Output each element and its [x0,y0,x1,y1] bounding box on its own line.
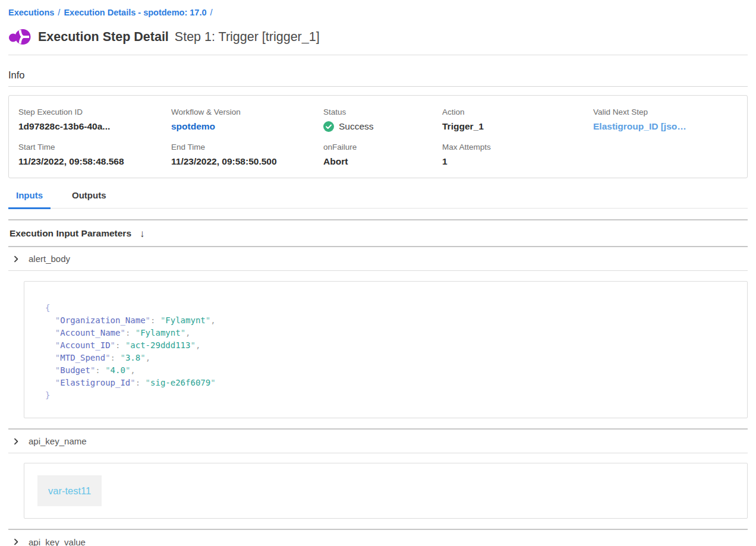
field-label: Max Attempts [442,143,593,152]
breadcrumb-link-executions[interactable]: Executions [8,8,54,17]
workflow-link[interactable]: spotdemo [171,121,323,132]
api-key-name-value: var-test11 [48,485,91,497]
field-value: 11/23/2022, 09:58:48.568 [18,156,171,167]
info-card: Step Execution ID 1d97828c-13b6-40a... W… [8,95,748,178]
breadcrumb-separator: / [58,8,60,17]
field-label: End Time [171,143,323,152]
next-step-link[interactable]: Elastigroup_ID [jso… [593,121,738,132]
json-code: { "Organization_Name": "Fylamynt", "Acco… [45,302,726,402]
page-subtitle: Step 1: Trigger [trigger_1] [175,30,320,45]
success-check-icon [323,121,334,132]
field-label: Action [442,108,593,116]
execution-input-parameters-header: Execution Input Parameters ↓ [8,220,748,247]
field-value: 1d97828c-13b6-40a... [18,121,171,132]
api-key-name-value-box: var-test11 [24,463,748,519]
field-action: Action Trigger_1 [442,108,593,132]
field-workflow-version: Workflow & Version spotdemo [171,108,323,132]
chevron-right-icon [12,437,20,446]
execution-step-detail-page: Executions/Execution Details - spotdemo:… [0,0,756,546]
alert-body-json-box: { "Organization_Name": "Fylamynt", "Acco… [24,281,748,418]
sort-descending-icon[interactable]: ↓ [140,229,145,239]
param-row-api-key-name[interactable]: api_key_name [8,430,748,453]
field-label: onFailure [323,143,442,152]
field-onfailure: onFailure Abort [323,143,442,167]
params-title: Execution Input Parameters [10,228,131,239]
breadcrumb: Executions/Execution Details - spotdemo:… [8,0,748,17]
api-key-name-chip: var-test11 [37,475,102,506]
field-status: Status Success [323,108,442,132]
field-label: Workflow & Version [171,108,323,116]
status-text: Success [339,121,374,132]
field-end-time: End Time 11/23/2022, 09:58:50.500 [171,143,323,167]
info-heading: Info [8,70,748,87]
param-name: alert_body [29,254,70,264]
field-value: 1 [442,156,593,167]
tab-bar: Inputs Outputs [8,190,748,209]
field-value: Trigger_1 [442,121,593,132]
field-empty [593,143,738,167]
fylamynt-logo-icon [8,27,31,47]
param-name: api_key_value [29,537,86,546]
field-max-attempts: Max Attempts 1 [442,143,593,167]
status-badge: Success [323,121,442,132]
title-row: Execution Step Detail Step 1: Trigger [t… [8,27,748,47]
field-label: Valid Next Step [593,108,738,116]
field-label: Status [323,108,442,116]
field-start-time: Start Time 11/23/2022, 09:58:48.568 [18,143,171,167]
field-label: Start Time [18,143,171,152]
chevron-right-icon [12,538,20,546]
param-name: api_key_name [29,436,87,446]
field-value: 11/23/2022, 09:58:50.500 [171,156,323,167]
chevron-right-icon [12,255,20,263]
field-label: Step Execution ID [18,108,171,116]
field-value: Abort [323,156,442,167]
breadcrumb-separator-trailing: / [210,8,213,17]
param-row-alert-body[interactable]: alert_body [8,247,748,271]
breadcrumb-link-execution-details[interactable]: Execution Details - spotdemo: 17.0 [64,8,206,17]
param-row-api-key-value[interactable]: api_key_value [8,530,748,546]
page-title: Execution Step Detail [38,30,169,45]
title-divider [8,55,748,55]
tab-outputs[interactable]: Outputs [64,190,114,208]
field-step-execution-id: Step Execution ID 1d97828c-13b6-40a... [18,108,171,132]
tab-inputs[interactable]: Inputs [8,190,51,209]
field-valid-next-step: Valid Next Step Elastigroup_ID [jso… [593,108,738,132]
